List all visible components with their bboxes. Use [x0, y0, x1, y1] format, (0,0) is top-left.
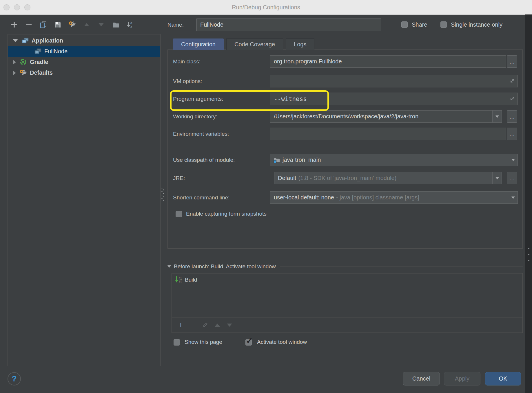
application-icon: [33, 48, 42, 55]
chevron-right-icon[interactable]: [13, 71, 16, 75]
single-instance-label: Single instance only: [451, 21, 502, 28]
browse-working-directory-button[interactable]: …: [507, 110, 517, 123]
svg-text:01: 01: [179, 280, 182, 283]
copy-configuration-button[interactable]: [36, 19, 50, 30]
gradle-icon: [19, 58, 28, 66]
chevron-down-icon: [167, 265, 171, 268]
ok-button[interactable]: OK: [485, 372, 521, 385]
expand-field-icon[interactable]: [509, 95, 515, 103]
remove-configuration-button[interactable]: [21, 19, 36, 30]
jre-combo[interactable]: Default (1.8 - SDK of 'java-tron_main' m…: [274, 172, 502, 184]
show-this-page-checkbox[interactable]: [174, 339, 180, 346]
before-launch-toolbar: + −: [172, 317, 522, 333]
chevron-right-icon[interactable]: [13, 60, 16, 65]
jre-dropdown-button[interactable]: [492, 172, 502, 184]
shorten-command-line-combo[interactable]: user-local default: none - java [options…: [270, 191, 518, 204]
create-folder-button[interactable]: [108, 19, 123, 30]
save-configuration-button[interactable]: [50, 19, 65, 30]
activate-tool-window-label: Activate tool window: [257, 339, 307, 345]
activate-tool-window-checkbox[interactable]: ✓: [245, 339, 252, 346]
tree-item-defaults[interactable]: Defaults: [8, 67, 160, 78]
help-button[interactable]: ?: [8, 372, 21, 385]
checkmark-icon: ✓: [246, 337, 253, 345]
window-title: Run/Debug Configurations: [0, 0, 532, 14]
name-input[interactable]: FullNode: [196, 19, 381, 31]
module-icon: [273, 157, 280, 164]
environment-variables-field[interactable]: [270, 128, 506, 140]
run-debug-configurations-dialog: Run/Debug Configurations: [0, 0, 532, 393]
shorten-command-line-hint: - java [options] classname [args]: [336, 194, 419, 201]
remove-icon: −: [191, 321, 195, 329]
drag-handle-icon: [161, 187, 165, 202]
tree-item-label: Gradle: [30, 59, 48, 65]
add-icon: [10, 21, 18, 28]
single-instance-checkbox[interactable]: [440, 21, 447, 28]
svg-text:a: a: [130, 21, 132, 25]
svg-text:z: z: [130, 25, 132, 28]
configurations-tree: Application FullNode Gradle Defaults: [8, 34, 161, 366]
move-up-button[interactable]: [79, 19, 94, 30]
cancel-button[interactable]: Cancel: [403, 372, 440, 385]
jre-hint: (1.8 - SDK of 'java-tron_main' module): [298, 175, 396, 181]
tab-logs[interactable]: Logs: [286, 38, 314, 50]
chevron-down-icon: [495, 177, 499, 179]
edit-defaults-button[interactable]: [65, 19, 79, 30]
working-directory-dropdown-button[interactable]: [492, 111, 502, 122]
share-checkbox[interactable]: [401, 21, 408, 28]
main-class-field[interactable]: org.tron.program.FullNode: [270, 55, 506, 68]
tab-code-coverage[interactable]: Code Coverage: [226, 38, 283, 50]
move-task-up-button[interactable]: [211, 320, 223, 330]
chevron-down-icon[interactable]: [13, 39, 18, 42]
before-launch-item-label: Build: [185, 277, 197, 283]
use-classpath-combo[interactable]: java-tron_main: [270, 154, 518, 166]
tree-item-fullnode[interactable]: FullNode: [8, 46, 160, 57]
apply-button[interactable]: Apply: [444, 372, 480, 385]
move-task-down-button[interactable]: [223, 320, 236, 330]
working-directory-field[interactable]: /Users/jackforest/Documents/workspace/ja…: [270, 110, 502, 123]
name-label: Name:: [167, 19, 184, 31]
defaults-icon: [19, 69, 28, 77]
expand-field-icon[interactable]: [509, 78, 515, 85]
use-classpath-dropdown-button[interactable]: [509, 154, 518, 166]
program-arguments-field[interactable]: --witness: [270, 93, 518, 105]
tree-item-application[interactable]: Application: [8, 35, 160, 46]
move-up-icon: [215, 324, 220, 327]
window-titlebar: Run/Debug Configurations: [0, 0, 532, 15]
use-classpath-label: Use classpath of module:: [173, 154, 270, 166]
copy-icon: [39, 21, 47, 29]
remove-task-button[interactable]: −: [187, 320, 199, 330]
before-launch-item-build[interactable]: 01 10 01 Build: [175, 276, 197, 284]
jre-label: JRE:: [173, 172, 270, 184]
environment-variables-label: Environment variables:: [173, 128, 270, 140]
browse-jre-button[interactable]: …: [507, 172, 517, 184]
folder-icon: [112, 21, 120, 28]
move-down-button[interactable]: [94, 19, 108, 30]
build-icon: 01 10 01: [175, 276, 182, 284]
shorten-command-line-dropdown-button[interactable]: [509, 192, 518, 203]
add-task-button[interactable]: +: [175, 320, 187, 330]
panel-splitter[interactable]: [161, 186, 165, 203]
application-icon: [21, 37, 29, 45]
add-icon: +: [178, 321, 183, 329]
before-launch-header[interactable]: Before launch: Build, Activate tool wind…: [167, 263, 523, 270]
shorten-command-line-label: Shorten command line:: [173, 191, 270, 204]
main-class-label: Main class:: [173, 55, 270, 68]
move-down-icon: [227, 324, 232, 327]
edit-task-button[interactable]: [199, 320, 211, 330]
add-configuration-button[interactable]: [7, 19, 21, 30]
edit-icon: [202, 322, 209, 328]
tree-item-gradle[interactable]: Gradle: [8, 57, 160, 67]
browse-environment-variables-button[interactable]: …: [507, 128, 517, 140]
settings-tabs: Configuration Code Coverage Logs: [173, 38, 317, 50]
remove-icon: [25, 21, 32, 28]
tab-configuration[interactable]: Configuration: [173, 38, 224, 50]
vm-options-field[interactable]: [270, 75, 518, 87]
browse-main-class-button[interactable]: …: [507, 55, 517, 68]
chevron-down-icon: [495, 115, 499, 118]
enable-snapshots-label: Enable capturing form snapshots: [186, 211, 267, 217]
working-directory-label: Working directory:: [173, 110, 270, 123]
sort-by-name-icon: a z: [126, 21, 134, 29]
sort-configurations-button[interactable]: a z: [123, 19, 137, 30]
enable-snapshots-checkbox[interactable]: [176, 211, 182, 217]
chevron-down-icon: [511, 159, 515, 161]
